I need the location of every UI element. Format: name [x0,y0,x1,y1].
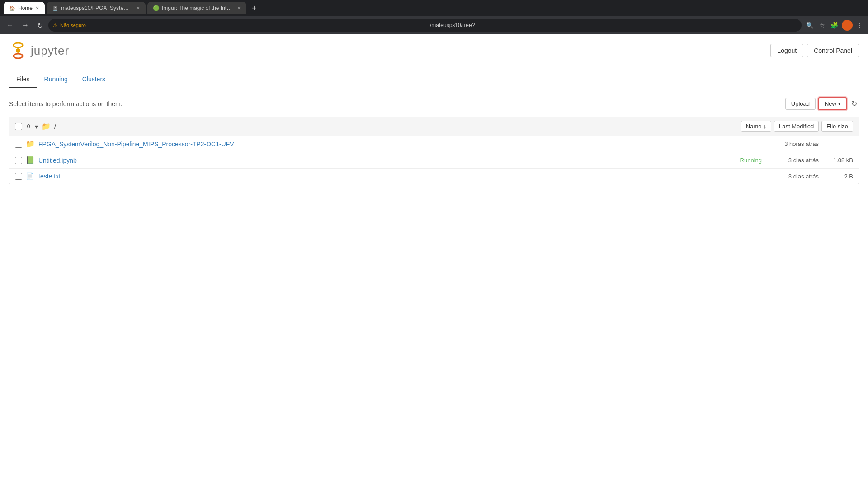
logo-area: jupyter [9,42,69,60]
nav-bar: ← → ↻ ⚠ Não seguro /mateusps10/tree? 🔍 ☆… [0,16,868,34]
row-notebook-checkbox[interactable] [15,157,22,164]
folder-name-link[interactable]: FPGA_SystemVerilog_Non-Pipeline_MIPS_Pro… [38,141,765,148]
selected-count: 0 [24,123,33,130]
notebook-name-link[interactable]: Untitled.ipynb [38,157,736,164]
jupyter-tab-favicon: 📓 [52,5,58,11]
extensions-icon[interactable]: 🧩 [829,20,840,31]
tab-clusters[interactable]: Clusters [75,71,113,88]
file-browser-header: Select items to perform actions on them.… [9,97,859,110]
tab-jupyter[interactable]: 📓 mateusps10/FPGA_SystemVerilo... ✕ [47,2,146,14]
file-table: 0 ▾ 📁 / Name ↓ Last Modified File size [9,117,859,184]
logout-button[interactable]: Logout [770,44,803,57]
header-buttons: Logout Control Panel [770,44,859,57]
new-button-wrapper: New ▾ [818,97,847,110]
jupyter-logo-icon [9,42,27,60]
imgur-tab-label: Imgur: The magic of the Internet [162,5,234,11]
forward-button[interactable]: → [19,19,32,31]
file-browser: Select items to perform actions on them.… [0,88,868,193]
header-dropdown-arrow[interactable]: ▾ [35,123,38,130]
select-all-checkbox[interactable] [15,123,22,130]
action-buttons: Upload New ▾ ↻ [785,97,859,110]
text-file-modified: 3 dias atrás [769,173,819,180]
imgur-tab-close[interactable]: ✕ [237,5,241,11]
nav-icons: 🔍 ☆ 🧩 ⋮ [804,20,864,31]
table-col-buttons: Name ↓ Last Modified File size [741,121,853,132]
row-text-checkbox[interactable] [15,173,22,180]
svg-point-0 [14,43,23,47]
svg-point-2 [16,48,20,53]
name-sort-button[interactable]: Name ↓ [741,121,771,132]
reload-button[interactable]: ↻ [34,19,46,32]
jupyter-tab-close[interactable]: ✕ [136,5,140,11]
text-file-icon: 📄 [26,172,35,180]
home-tab-favicon: 🏠 [9,5,15,11]
notebook-size: 1.08 kB [826,157,853,164]
file-size-sort-button[interactable]: File size [821,121,853,132]
header-check-area: 0 ▾ [15,123,38,130]
notebook-icon: 📗 [26,156,35,164]
upload-button[interactable]: Upload [785,98,816,110]
text-file-meta: 3 dias atrás 2 B [769,173,853,180]
page-content: jupyter Logout Control Panel Files Runni… [0,34,868,193]
text-file-name-link[interactable]: teste.txt [38,173,765,180]
table-row: 📁 FPGA_SystemVerilog_Non-Pipeline_MIPS_P… [9,136,859,152]
last-modified-sort-button[interactable]: Last Modified [774,121,819,132]
refresh-button[interactable]: ↻ [849,98,859,110]
home-tab-close[interactable]: ✕ [35,5,39,11]
tab-imgur[interactable]: 🟢 Imgur: The magic of the Internet ✕ [147,2,246,14]
notebook-status: Running [740,157,762,164]
tab-home[interactable]: 🏠 Home ✕ [4,2,45,14]
profile-avatar[interactable] [842,20,853,31]
new-tab-button[interactable]: + [248,4,260,13]
bookmark-icon[interactable]: ☆ [817,20,827,31]
page-header: jupyter Logout Control Panel [0,34,868,67]
browser-chrome: 🏠 Home ✕ 📓 mateusps10/FPGA_SystemVerilo.… [0,0,868,34]
table-row: 📗 Untitled.ipynb Running 3 dias atrás 1.… [9,152,859,169]
folder-meta: 3 horas atrás [769,141,853,147]
folder-modified: 3 horas atrás [769,141,819,147]
security-icon: ⚠ [53,23,57,28]
nav-tabs: Files Running Clusters [0,71,868,88]
svg-point-1 [14,54,23,58]
tab-files[interactable]: Files [9,71,37,88]
tab-running[interactable]: Running [37,71,75,88]
select-message: Select items to perform actions on them. [9,100,123,108]
jupyter-tab-label: mateusps10/FPGA_SystemVerilo... [61,5,133,11]
text-file-size: 2 B [826,173,853,180]
search-icon[interactable]: 🔍 [804,20,816,31]
notebook-meta: Running 3 dias atrás 1.08 kB [740,157,853,164]
table-header: 0 ▾ 📁 / Name ↓ Last Modified File size [9,117,859,136]
control-panel-button[interactable]: Control Panel [807,44,859,57]
address-url: /mateusps10/tree? [430,22,797,28]
home-tab-label: Home [18,5,33,11]
folder-icon: 📁 [26,140,35,148]
jupyter-title: jupyter [31,44,69,58]
folder-header-icon: 📁 [42,122,51,131]
path-label: / [54,123,56,130]
notebook-modified: 3 dias atrás [769,157,819,164]
new-dropdown-arrow: ▾ [838,101,840,106]
address-lock-label: Não seguro [60,23,427,28]
imgur-tab-favicon: 🟢 [153,5,159,11]
new-button[interactable]: New ▾ [818,97,847,110]
table-row: 📄 teste.txt 3 dias atrás 2 B [9,169,859,184]
address-bar[interactable]: ⚠ Não seguro /mateusps10/tree? [48,19,802,32]
row-folder-checkbox[interactable] [15,141,22,148]
menu-icon[interactable]: ⋮ [854,20,864,31]
tab-bar: 🏠 Home ✕ 📓 mateusps10/FPGA_SystemVerilo.… [0,0,868,16]
back-button[interactable]: ← [4,19,16,31]
